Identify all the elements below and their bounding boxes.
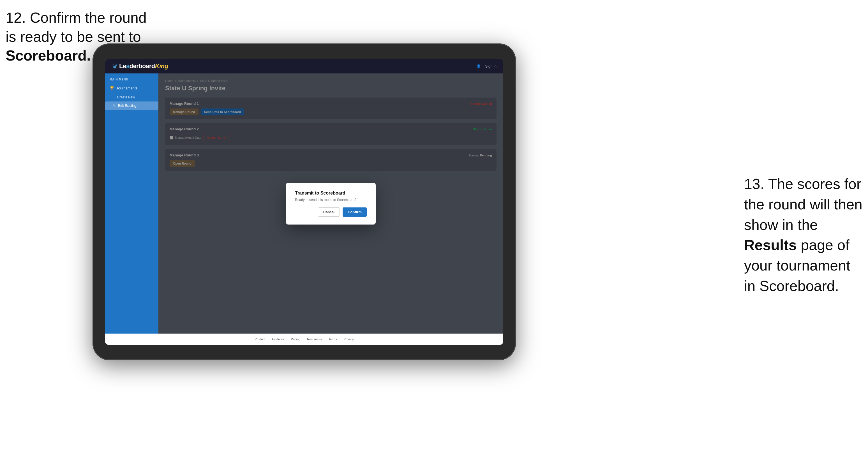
- edit-icon: ✎: [113, 104, 116, 107]
- instruction-bottom: 13. The scores for the round will then s…: [744, 174, 862, 296]
- footer: Product Features Pricing Resources Terms…: [105, 334, 503, 345]
- main-content: MAIN MENU 🏆 Tournaments + Create New ✎ E…: [105, 73, 503, 334]
- modal-overlay: Transmit to Scoreboard Ready to send thi…: [158, 73, 503, 334]
- logo: ♛ LeaderboardKing: [112, 62, 168, 70]
- tablet-screen: ♛ LeaderboardKing 👤 Sign In MAIN MENU 🏆 …: [105, 59, 503, 345]
- modal-confirm-button[interactable]: Confirm: [343, 208, 367, 217]
- modal-actions: Cancel Confirm: [295, 208, 367, 217]
- content-area: Home › Tournaments › State U Spring Invi…: [158, 73, 503, 334]
- results-bold: Results: [744, 237, 797, 253]
- sign-in-button[interactable]: Sign In: [485, 64, 497, 68]
- nav-right: 👤 Sign In: [476, 64, 497, 68]
- top-nav: ♛ LeaderboardKing 👤 Sign In: [105, 59, 503, 73]
- instruction-line1: 12. Confirm the round: [6, 9, 147, 26]
- transmit-modal: Transmit to Scoreboard Ready to send thi…: [286, 183, 376, 224]
- footer-resources[interactable]: Resources: [307, 338, 322, 341]
- sidebar: MAIN MENU 🏆 Tournaments + Create New ✎ E…: [105, 73, 158, 334]
- user-icon: 👤: [476, 64, 481, 68]
- footer-features[interactable]: Features: [272, 338, 284, 341]
- logo-text: LeaderboardKing: [119, 63, 168, 70]
- sidebar-item-tournaments[interactable]: 🏆 Tournaments: [105, 83, 158, 93]
- sidebar-create-new[interactable]: + Create New: [105, 93, 158, 101]
- footer-terms[interactable]: Terms: [329, 338, 337, 341]
- instruction-line3: Scoreboard.: [6, 48, 91, 64]
- modal-title: Transmit to Scoreboard: [295, 191, 367, 196]
- edit-existing-label: Edit Existing: [118, 104, 136, 107]
- sidebar-menu-label: MAIN MENU: [105, 78, 158, 83]
- logo-icon: ♛: [112, 62, 118, 70]
- tablet-shell: ♛ LeaderboardKing 👤 Sign In MAIN MENU 🏆 …: [93, 43, 516, 360]
- sidebar-tournaments-label: Tournaments: [116, 86, 137, 90]
- modal-cancel-button[interactable]: Cancel: [318, 208, 340, 217]
- plus-icon: +: [113, 95, 115, 99]
- trophy-icon: 🏆: [110, 86, 114, 90]
- instruction-bottom-text: 13. The scores for the round will then s…: [744, 176, 862, 294]
- footer-product[interactable]: Product: [254, 338, 265, 341]
- footer-pricing[interactable]: Pricing: [291, 338, 301, 341]
- footer-privacy[interactable]: Privacy: [344, 338, 354, 341]
- modal-subtitle: Ready to send this round to Scoreboard?: [295, 198, 367, 202]
- create-new-label: Create New: [117, 95, 135, 99]
- instruction-line2: is ready to be sent to: [6, 29, 141, 45]
- sidebar-edit-existing[interactable]: ✎ Edit Existing: [105, 101, 158, 110]
